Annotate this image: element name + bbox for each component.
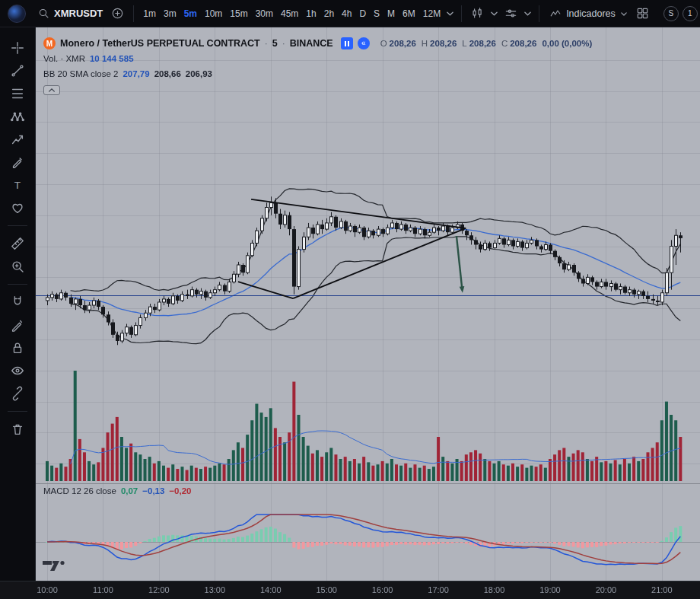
crosshair-tool[interactable]: [5, 37, 30, 59]
plus-circle-icon: [111, 7, 124, 20]
account-badges: S1ZD: [663, 6, 700, 21]
badge-s[interactable]: S: [663, 6, 679, 21]
badge-1[interactable]: 1: [682, 6, 698, 21]
volume-legend-row: Vol. · XMR 10 144 585: [43, 51, 595, 66]
sync-drawings-tool[interactable]: [5, 382, 30, 404]
brush-tool[interactable]: [5, 151, 30, 173]
indicators-icon: [549, 8, 562, 20]
symbol-exchange[interactable]: BINANCE: [290, 38, 333, 49]
toolbar-right-group: S1ZD: [632, 4, 700, 23]
user-avatar[interactable]: [8, 5, 26, 23]
macd-indicator-label[interactable]: MACD 12 26 close: [43, 486, 116, 495]
toolbar-separator: [8, 284, 27, 285]
chart-settings-dropdown[interactable]: [522, 8, 533, 18]
toolbar-divider: [133, 5, 134, 22]
time-axis[interactable]: 10:0011:0012:0013:0014:0015:0016:0017:00…: [0, 581, 700, 599]
timeframe-1m[interactable]: 1m: [139, 5, 160, 22]
macd-hist-value: 0,07: [121, 486, 138, 495]
monero-logo-icon: M: [43, 37, 56, 49]
zoom-in-tool[interactable]: [5, 255, 30, 277]
price-chart-canvas[interactable]: [36, 27, 700, 581]
layout-grid-button[interactable]: [632, 4, 653, 23]
timeframe-15m[interactable]: 15m: [226, 5, 251, 22]
time-label: 10:00: [37, 585, 58, 594]
macd-legend-row: MACD 12 26 close 0,07 −0,13 −0,20: [43, 486, 191, 495]
forecast-icon: [10, 132, 25, 147]
timeframe-1h[interactable]: 1h: [302, 5, 320, 22]
symbol-name: XMRUSDT: [54, 8, 103, 19]
edit-icon: [10, 317, 25, 333]
ruler-icon: [10, 236, 25, 251]
time-label: 17:00: [428, 585, 449, 594]
timeframe-3m[interactable]: 3m: [160, 5, 180, 22]
lock-drawings-tool[interactable]: [5, 336, 30, 358]
fib-retracement-tool[interactable]: [5, 82, 30, 104]
measure-tool[interactable]: [5, 232, 30, 254]
chart-type-button[interactable]: [467, 4, 488, 23]
tradingview-watermark[interactable]: [43, 558, 67, 576]
time-label: 20:00: [596, 585, 617, 594]
time-label: 12:00: [148, 585, 170, 594]
timeframe-30m[interactable]: 30m: [252, 5, 277, 22]
symbol-search[interactable]: XMRUSDT: [33, 5, 107, 22]
ohlc-values: O208,26 H208,26 L208,26 C208,26 0,00 (0,…: [380, 39, 596, 48]
chevron-up-icon: [48, 88, 56, 93]
magnet-tool[interactable]: [5, 291, 30, 313]
timeframe-2h[interactable]: 2h: [320, 5, 338, 22]
brush-icon: [10, 155, 25, 170]
drawing-mode-tool[interactable]: [5, 314, 30, 336]
tradingview-app: XMRUSDT 1m3m5m10m15m30m45m1h2h4hDSM6M12M: [0, 0, 700, 599]
toolbar-divider: [539, 5, 539, 22]
symbol-title[interactable]: Monero / TetherUS PERPETUAL CONTRACT: [60, 38, 260, 49]
legend-collapse-button[interactable]: [43, 85, 60, 95]
volume-indicator-label[interactable]: Vol. · XMR: [43, 54, 85, 63]
symbol-interval[interactable]: 5: [272, 38, 278, 49]
replay-active-icon[interactable]: [341, 37, 353, 49]
legend-separator: ·: [282, 38, 285, 49]
chart-legend: M Monero / TetherUS PERPETUAL CONTRACT ·…: [43, 36, 595, 95]
timeframe-5m[interactable]: 5m: [180, 5, 201, 22]
symbol-legend-row: M Monero / TetherUS PERPETUAL CONTRACT ·…: [43, 36, 595, 51]
bb-indicator-label[interactable]: BB 20 SMA close 2: [43, 69, 118, 78]
macd-line-value: −0,13: [142, 486, 164, 495]
time-label: 19:00: [539, 585, 561, 594]
timeframe-group: 1m3m5m10m15m30m45m1h2h4hDSM6M12M: [139, 5, 444, 22]
compare-add-button[interactable]: [107, 4, 128, 23]
timeframe-D[interactable]: D: [355, 5, 370, 22]
timeframe-10m[interactable]: 10m: [201, 5, 226, 22]
lock-icon: [10, 340, 25, 355]
timeframe-S[interactable]: S: [370, 5, 383, 22]
emoji-tool[interactable]: [5, 196, 30, 218]
trend-line-icon: [10, 63, 25, 78]
text-tool[interactable]: T: [5, 174, 30, 196]
toolbar-separator: [8, 411, 27, 412]
svg-text:T: T: [14, 179, 21, 190]
remove-drawings-tool[interactable]: [5, 418, 30, 440]
change-value: 0,00 (0,00%): [542, 39, 592, 48]
top-toolbar: XMRUSDT 1m3m5m10m15m30m45m1h2h4hDSM6M12M: [0, 0, 700, 27]
trend-line-tool[interactable]: [5, 59, 30, 81]
zoom-in-icon: [10, 259, 25, 274]
time-label: 15:00: [316, 585, 337, 594]
close-label: C: [501, 39, 508, 48]
indicators-button[interactable]: Indicadores: [545, 5, 632, 23]
text-icon: T: [10, 177, 25, 193]
chevron-down-icon: [490, 10, 498, 17]
timeframe-6M[interactable]: 6M: [399, 5, 419, 22]
time-label: 18:00: [484, 585, 505, 594]
timeframe-12M[interactable]: 12M: [419, 5, 444, 22]
timeframe-M[interactable]: M: [383, 5, 399, 22]
timeframe-4h[interactable]: 4h: [338, 5, 355, 22]
chart-settings-button[interactable]: [501, 4, 521, 23]
forecast-tool[interactable]: [5, 128, 30, 150]
timeframe-dropdown-button[interactable]: [444, 8, 456, 18]
timeframe-45m[interactable]: 45m: [277, 5, 302, 22]
pattern-tool[interactable]: [5, 105, 30, 127]
sliders-icon: [504, 7, 517, 20]
hide-drawings-tool[interactable]: [5, 359, 30, 381]
bb-upper-value: 208,66: [154, 69, 181, 78]
magnet-icon: [10, 295, 25, 310]
rewind-icon[interactable]: «: [358, 37, 370, 49]
chart-type-dropdown[interactable]: [488, 8, 500, 18]
search-icon: [38, 8, 49, 19]
